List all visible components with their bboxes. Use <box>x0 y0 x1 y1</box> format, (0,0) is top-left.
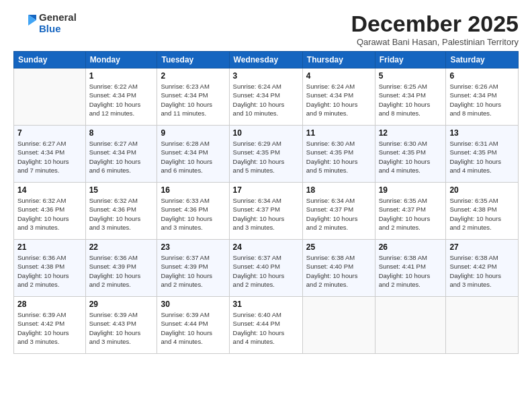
cell-day-number: 11 <box>306 128 371 138</box>
cell-day-number: 15 <box>89 185 154 195</box>
day-header-wednesday: Wednesday <box>229 52 302 68</box>
cell-info: Sunrise: 6:24 AM Sunset: 4:34 PM Dayligh… <box>306 82 371 118</box>
cell-info: Sunrise: 6:40 AM Sunset: 4:44 PM Dayligh… <box>233 310 299 346</box>
cell-info: Sunrise: 6:26 AM Sunset: 4:34 PM Dayligh… <box>449 82 515 118</box>
svg-rect-0 <box>13 11 38 35</box>
day-header-thursday: Thursday <box>302 52 375 68</box>
calendar-body: 1Sunrise: 6:22 AM Sunset: 4:34 PM Daylig… <box>14 68 519 354</box>
cell-day-number: 3 <box>233 71 299 81</box>
cell-info: Sunrise: 6:30 AM Sunset: 4:35 PM Dayligh… <box>379 139 443 175</box>
logo-text: General Blue <box>39 11 77 35</box>
calendar-cell: 9Sunrise: 6:28 AM Sunset: 4:34 PM Daylig… <box>157 126 229 183</box>
calendar-cell: 15Sunrise: 6:32 AM Sunset: 4:36 PM Dayli… <box>85 183 157 240</box>
month-title: December 2025 <box>351 11 519 37</box>
cell-info: Sunrise: 6:30 AM Sunset: 4:35 PM Dayligh… <box>306 139 371 175</box>
cell-info: Sunrise: 6:35 AM Sunset: 4:38 PM Dayligh… <box>449 196 515 232</box>
calendar-cell: 23Sunrise: 6:37 AM Sunset: 4:39 PM Dayli… <box>157 240 229 297</box>
cell-day-number: 31 <box>233 300 299 309</box>
cell-day-number: 17 <box>233 185 299 195</box>
calendar-cell: 10Sunrise: 6:29 AM Sunset: 4:35 PM Dayli… <box>229 126 302 183</box>
cell-day-number: 26 <box>379 242 443 252</box>
cell-info: Sunrise: 6:38 AM Sunset: 4:41 PM Dayligh… <box>379 253 443 289</box>
calendar-cell: 21Sunrise: 6:36 AM Sunset: 4:38 PM Dayli… <box>14 240 86 297</box>
week-row: 14Sunrise: 6:32 AM Sunset: 4:36 PM Dayli… <box>14 183 519 240</box>
calendar-cell: 25Sunrise: 6:38 AM Sunset: 4:40 PM Dayli… <box>302 240 375 297</box>
calendar-cell: 30Sunrise: 6:39 AM Sunset: 4:44 PM Dayli… <box>157 297 229 354</box>
cell-day-number: 1 <box>89 71 154 81</box>
cell-day-number: 6 <box>449 71 515 81</box>
cell-day-number: 30 <box>161 300 225 309</box>
calendar-cell: 26Sunrise: 6:38 AM Sunset: 4:41 PM Dayli… <box>375 240 446 297</box>
cell-day-number: 22 <box>89 242 154 252</box>
cell-day-number: 9 <box>161 128 225 138</box>
calendar-cell: 27Sunrise: 6:38 AM Sunset: 4:42 PM Dayli… <box>446 240 519 297</box>
title-section: December 2025 Qarawat Bani Hasan, Palest… <box>351 11 519 47</box>
cell-day-number: 5 <box>379 71 443 81</box>
week-row: 1Sunrise: 6:22 AM Sunset: 4:34 PM Daylig… <box>14 68 519 126</box>
cell-day-number: 29 <box>89 300 154 309</box>
day-header-saturday: Saturday <box>446 52 519 68</box>
calendar-cell <box>14 68 86 126</box>
cell-info: Sunrise: 6:38 AM Sunset: 4:40 PM Dayligh… <box>306 253 371 289</box>
location-title: Qarawat Bani Hasan, Palestinian Territor… <box>351 37 519 47</box>
calendar-cell: 1Sunrise: 6:22 AM Sunset: 4:34 PM Daylig… <box>85 68 157 126</box>
calendar-cell: 17Sunrise: 6:34 AM Sunset: 4:37 PM Dayli… <box>229 183 302 240</box>
cell-day-number: 19 <box>379 185 443 195</box>
cell-day-number: 10 <box>233 128 299 138</box>
cell-info: Sunrise: 6:35 AM Sunset: 4:37 PM Dayligh… <box>379 196 443 232</box>
calendar-cell: 22Sunrise: 6:36 AM Sunset: 4:39 PM Dayli… <box>85 240 157 297</box>
calendar-header: SundayMondayTuesdayWednesdayThursdayFrid… <box>14 52 519 68</box>
cell-info: Sunrise: 6:32 AM Sunset: 4:36 PM Dayligh… <box>89 196 154 232</box>
cell-info: Sunrise: 6:36 AM Sunset: 4:38 PM Dayligh… <box>17 253 82 289</box>
cell-info: Sunrise: 6:37 AM Sunset: 4:40 PM Dayligh… <box>233 253 299 289</box>
calendar-cell: 13Sunrise: 6:31 AM Sunset: 4:35 PM Dayli… <box>446 126 519 183</box>
cell-day-number: 25 <box>306 242 371 252</box>
calendar-cell: 18Sunrise: 6:34 AM Sunset: 4:37 PM Dayli… <box>302 183 375 240</box>
week-row: 21Sunrise: 6:36 AM Sunset: 4:38 PM Dayli… <box>14 240 519 297</box>
logo: General Blue <box>13 11 77 35</box>
cell-info: Sunrise: 6:34 AM Sunset: 4:37 PM Dayligh… <box>233 196 299 232</box>
calendar-cell <box>302 297 375 354</box>
calendar-cell: 4Sunrise: 6:24 AM Sunset: 4:34 PM Daylig… <box>302 68 375 126</box>
calendar-cell: 28Sunrise: 6:39 AM Sunset: 4:42 PM Dayli… <box>14 297 86 354</box>
cell-info: Sunrise: 6:33 AM Sunset: 4:36 PM Dayligh… <box>161 196 225 232</box>
calendar-cell: 6Sunrise: 6:26 AM Sunset: 4:34 PM Daylig… <box>446 68 519 126</box>
calendar-cell <box>446 297 519 354</box>
day-header-monday: Monday <box>85 52 157 68</box>
cell-day-number: 16 <box>161 185 225 195</box>
cell-day-number: 18 <box>306 185 371 195</box>
calendar-cell: 12Sunrise: 6:30 AM Sunset: 4:35 PM Dayli… <box>375 126 446 183</box>
cell-info: Sunrise: 6:29 AM Sunset: 4:35 PM Dayligh… <box>233 139 299 175</box>
cell-info: Sunrise: 6:36 AM Sunset: 4:39 PM Dayligh… <box>89 253 154 289</box>
cell-info: Sunrise: 6:32 AM Sunset: 4:36 PM Dayligh… <box>17 196 82 232</box>
day-header-sunday: Sunday <box>14 52 86 68</box>
cell-day-number: 4 <box>306 71 371 81</box>
cell-day-number: 24 <box>233 242 299 252</box>
cell-info: Sunrise: 6:22 AM Sunset: 4:34 PM Dayligh… <box>89 82 154 118</box>
calendar-cell <box>375 297 446 354</box>
cell-info: Sunrise: 6:37 AM Sunset: 4:39 PM Dayligh… <box>161 253 225 289</box>
cell-info: Sunrise: 6:24 AM Sunset: 4:34 PM Dayligh… <box>233 82 299 118</box>
cell-day-number: 23 <box>161 242 225 252</box>
cell-day-number: 21 <box>17 242 82 252</box>
cell-day-number: 28 <box>17 300 82 309</box>
calendar-cell: 31Sunrise: 6:40 AM Sunset: 4:44 PM Dayli… <box>229 297 302 354</box>
week-row: 7Sunrise: 6:27 AM Sunset: 4:34 PM Daylig… <box>14 126 519 183</box>
calendar-cell: 8Sunrise: 6:27 AM Sunset: 4:34 PM Daylig… <box>85 126 157 183</box>
cell-info: Sunrise: 6:34 AM Sunset: 4:37 PM Dayligh… <box>306 196 371 232</box>
cell-info: Sunrise: 6:27 AM Sunset: 4:34 PM Dayligh… <box>17 139 82 175</box>
cell-info: Sunrise: 6:23 AM Sunset: 4:34 PM Dayligh… <box>161 82 225 118</box>
cell-info: Sunrise: 6:39 AM Sunset: 4:42 PM Dayligh… <box>17 310 82 346</box>
cell-info: Sunrise: 6:39 AM Sunset: 4:43 PM Dayligh… <box>89 310 154 346</box>
calendar-table: SundayMondayTuesdayWednesdayThursdayFrid… <box>13 51 519 354</box>
calendar-cell: 29Sunrise: 6:39 AM Sunset: 4:43 PM Dayli… <box>85 297 157 354</box>
cell-info: Sunrise: 6:39 AM Sunset: 4:44 PM Dayligh… <box>161 310 225 346</box>
calendar-cell: 11Sunrise: 6:30 AM Sunset: 4:35 PM Dayli… <box>302 126 375 183</box>
calendar-cell: 7Sunrise: 6:27 AM Sunset: 4:34 PM Daylig… <box>14 126 86 183</box>
calendar-cell: 2Sunrise: 6:23 AM Sunset: 4:34 PM Daylig… <box>157 68 229 126</box>
cell-day-number: 2 <box>161 71 225 81</box>
cell-day-number: 14 <box>17 185 82 195</box>
week-row: 28Sunrise: 6:39 AM Sunset: 4:42 PM Dayli… <box>14 297 519 354</box>
cell-day-number: 27 <box>449 242 515 252</box>
calendar-cell: 24Sunrise: 6:37 AM Sunset: 4:40 PM Dayli… <box>229 240 302 297</box>
